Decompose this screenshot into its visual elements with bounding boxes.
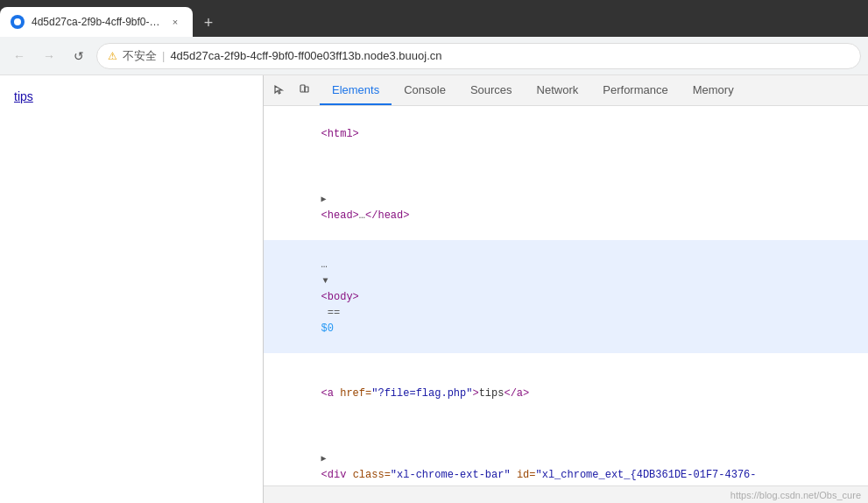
dom-head-collapsed[interactable]: ▶ <head>…</head> xyxy=(264,159,868,240)
url-bar[interactable]: ⚠ 不安全 | 4d5d27ca-2f9b-4cff-9bf0-ff00e03f… xyxy=(96,43,861,69)
dom-div-line[interactable]: ▶ <div class="xl-chrome-ext-bar" id="xl_… xyxy=(264,418,868,485)
tips-link[interactable]: tips xyxy=(14,89,33,103)
refresh-button[interactable]: ↺ xyxy=(67,44,91,68)
dom-html-open: <html> xyxy=(264,110,868,159)
new-tab-button[interactable]: + xyxy=(196,11,221,35)
devtools-panel: Elements Console Sources Network Perform… xyxy=(263,75,868,503)
cursor-icon xyxy=(273,84,286,96)
security-icon: ⚠ xyxy=(108,50,117,62)
tab-console[interactable]: Console xyxy=(392,75,458,105)
dom-body-open[interactable]: … ▼ <body> == $0 xyxy=(264,240,868,353)
tab-title: 4d5d27ca-2f9b-4cff-9bf0-ff00 xyxy=(32,16,161,28)
tab-performance[interactable]: Performance xyxy=(590,75,680,105)
url-text: 4d5d27ca-2f9b-4cff-9bf0-ff00e03ff13b.nod… xyxy=(170,49,441,62)
devtools-status-bar: https://blog.csdn.net/Obs_cure xyxy=(264,485,868,503)
tab-favicon xyxy=(11,15,25,29)
url-separator: | xyxy=(162,49,165,62)
browser-tab[interactable]: 4d5d27ca-2f9b-4cff-9bf0-ff00 × xyxy=(0,7,193,37)
tab-memory[interactable]: Memory xyxy=(681,75,746,105)
security-text: 不安全 xyxy=(123,48,157,64)
back-button[interactable]: ← xyxy=(7,44,32,68)
tab-sources[interactable]: Sources xyxy=(458,75,525,105)
browser-chrome: 4d5d27ca-2f9b-4cff-9bf0-ff00 × + ← → ↺ ⚠… xyxy=(0,0,868,75)
devtools-tabs: Elements Console Sources Network Perform… xyxy=(320,75,746,105)
status-url-hint: https://blog.csdn.net/Obs_cure xyxy=(730,490,861,500)
element-picker-button[interactable] xyxy=(267,78,292,103)
svg-rect-1 xyxy=(305,87,308,92)
svg-point-2 xyxy=(302,91,303,92)
forward-button[interactable]: → xyxy=(37,44,61,68)
address-bar: ← → ↺ ⚠ 不安全 | 4d5d27ca-2f9b-4cff-9bf0-ff… xyxy=(0,37,868,75)
device-icon xyxy=(298,84,310,96)
devtools-dom-content: <html> ▶ <head>…</head> … ▼ <body> == $0… xyxy=(264,106,868,485)
tab-elements[interactable]: Elements xyxy=(320,75,392,105)
tab-bar: 4d5d27ca-2f9b-4cff-9bf0-ff00 × + xyxy=(0,0,868,37)
dom-anchor-line[interactable]: <a href="?file=flag.php">tips</a> xyxy=(264,353,868,418)
tab-close-button[interactable]: × xyxy=(168,15,182,29)
main-area: tips Element xyxy=(0,75,868,503)
devtools-toolbar: Elements Console Sources Network Perform… xyxy=(264,75,868,106)
page-content: tips xyxy=(0,75,263,503)
tab-network[interactable]: Network xyxy=(525,75,591,105)
inspector-toggle-button[interactable] xyxy=(292,78,316,103)
